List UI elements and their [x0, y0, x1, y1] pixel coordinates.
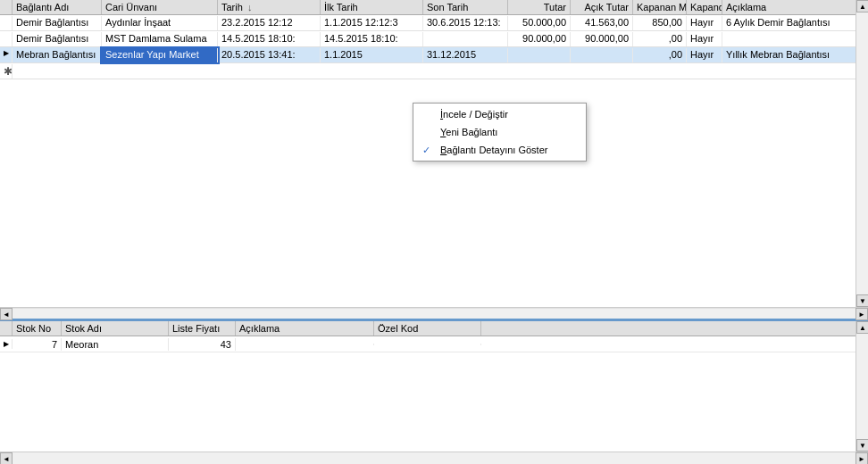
cell-aciktutar-2	[571, 48, 633, 62]
bottom-grid-content-row: Stok No Stok Adı Liste Fiyatı Açıklama Ö…	[0, 321, 868, 452]
cell-ilktarih-2: 1.1.2015	[321, 48, 423, 62]
bottom-cell-stokno: 7	[13, 338, 62, 351]
cell-kapananmiktar-0: 850,00	[633, 16, 687, 30]
bottom-header-aciklama[interactable]: Açıklama	[236, 321, 374, 336]
scroll-left-button[interactable]: ◄	[0, 308, 13, 320]
cell-kapananmiktar-1: ,00	[633, 32, 687, 46]
cell-aciktutar-0: 41.563,00	[571, 16, 633, 30]
bottom-scroll-track-h	[13, 452, 855, 464]
bottom-grid: Stok No Stok Adı Liste Fiyatı Açıklama Ö…	[0, 321, 868, 464]
top-vertical-scrollbar[interactable]: ▲ ▼	[855, 0, 868, 307]
cell-baglantiadi-2: Mebran Bağlantısı	[13, 48, 102, 62]
cell-aciklama-2: Yıllık Mebran Bağlantısı	[722, 48, 855, 62]
bottom-header-indicator	[0, 321, 13, 336]
bottom-horizontal-scrollbar[interactable]: ◄ ►	[0, 452, 868, 464]
bottom-cell-listefiyati: 43	[169, 338, 236, 351]
cell-aciklama-0: 6 Aylık Demir Bağlantısı	[722, 16, 855, 30]
check-icon-detay: ✓	[422, 145, 430, 156]
context-menu-label-incele: İİncele / Değiştirncele / Değiştir	[440, 109, 508, 120]
bottom-cell-ozelkod	[374, 344, 481, 345]
cell-tutar-2	[508, 48, 571, 62]
cell-baglantiadi-1: Demir Bağlantısı	[13, 32, 102, 46]
cell-cari-0: Aydınlar İnşaat	[102, 16, 218, 30]
cell-kapananmiktar-2: ,00	[633, 48, 687, 62]
main-container: Bağlantı Adı Cari Ünvanı Tarih ↓ İlk Tar…	[0, 0, 868, 464]
header-cari[interactable]: Cari Ünvanı	[102, 0, 218, 14]
cell-sontarih-1	[423, 32, 508, 46]
bottom-header-stokadi[interactable]: Stok Adı	[62, 321, 169, 336]
header-baglantiadi[interactable]: Bağlantı Adı	[13, 0, 102, 14]
cell-kapandi-0: Hayır	[687, 16, 722, 30]
list-item[interactable]: ▶ 7 Meoran 43	[0, 336, 855, 352]
header-kapananmiktar[interactable]: Kapanan Miktar	[633, 0, 687, 14]
bottom-scroll-up-button[interactable]: ▲	[856, 321, 868, 334]
table-row[interactable]: Demir Bağlantısı MST Damlama Sulama 14.5…	[0, 31, 855, 47]
cell-sontarih-2: 31.12.2015	[423, 48, 508, 62]
bottom-scroll-down-button[interactable]: ▼	[856, 439, 868, 452]
table-row[interactable]: ▶ Mebran Bağlantısı Sezenlar Yapı Market…	[0, 47, 855, 63]
bottom-grid-body: ▶ 7 Meoran 43	[0, 336, 855, 452]
top-grid-header: Bağlantı Adı Cari Ünvanı Tarih ↓ İlk Tar…	[0, 0, 855, 15]
cell-aciklama-1	[722, 32, 855, 46]
header-aciklama[interactable]: Açıklama	[722, 0, 855, 14]
scroll-right-button[interactable]: ►	[855, 308, 868, 320]
header-indicator-cell	[0, 0, 13, 14]
cell-kapandi-1: Hayır	[687, 32, 722, 46]
scroll-up-button[interactable]: ▲	[856, 0, 868, 12]
add-row-indicator: ✱	[0, 64, 13, 79]
bottom-row-indicator: ▶	[0, 339, 13, 349]
bottom-grid-header: Stok No Stok Adı Liste Fiyatı Açıklama Ö…	[0, 321, 855, 336]
sort-icon: ↓	[247, 2, 253, 12]
cell-kapandi-2: Hayır	[687, 48, 722, 62]
header-aciktutar[interactable]: Açık Tutar	[571, 0, 633, 14]
bottom-scroll-track	[856, 334, 868, 439]
header-tutar[interactable]: Tutar	[508, 0, 571, 14]
header-tarih[interactable]: Tarih ↓	[218, 0, 321, 14]
row-indicator	[0, 16, 13, 30]
header-kapandi[interactable]: Kapandı	[687, 0, 722, 14]
bottom-header-listefiyati[interactable]: Liste Fiyatı	[169, 321, 236, 336]
header-ilktarih[interactable]: İlk Tarih	[321, 0, 423, 14]
header-sontarih[interactable]: Son Tarih	[423, 0, 508, 14]
cell-sontarih-0: 30.6.2015 12:13:	[423, 16, 508, 30]
bottom-scroll-left-button[interactable]: ◄	[0, 452, 13, 464]
context-menu-label-yeni: Yeni Bağlantı	[440, 127, 497, 137]
add-row: ✱	[0, 63, 855, 79]
cell-cari-1: MST Damlama Sulama	[102, 32, 218, 46]
cell-ilktarih-0: 1.1.2015 12:12:3	[321, 16, 423, 30]
bottom-scroll-right-button[interactable]: ►	[855, 452, 868, 464]
scroll-track-h	[13, 308, 855, 319]
scroll-down-button[interactable]: ▼	[856, 294, 868, 307]
bottom-cell-stokadi: Meoran	[62, 338, 169, 351]
bottom-grid-table-area: Stok No Stok Adı Liste Fiyatı Açıklama Ö…	[0, 321, 855, 452]
top-horizontal-scrollbar[interactable]: ◄ ►	[0, 307, 868, 319]
context-menu-item-detay[interactable]: ✓ Bağlantı Detayını Göster	[413, 141, 586, 159]
row-indicator	[0, 32, 13, 46]
context-menu-item-incele[interactable]: İİncele / Değiştirncele / Değiştir	[413, 105, 586, 123]
bottom-vertical-scrollbar[interactable]: ▲ ▼	[855, 321, 868, 452]
context-menu-item-yeni[interactable]: Yeni Bağlantı	[413, 123, 586, 141]
top-grid-body: Demir Bağlantısı Aydınlar İnşaat 23.2.20…	[0, 15, 855, 79]
cell-tarih-2: 20.5.2015 13:41:	[218, 48, 321, 62]
cell-tutar-1: 90.000,00	[508, 32, 571, 46]
cell-aciktutar-1: 90.000,00	[571, 32, 633, 46]
scroll-track	[856, 12, 868, 294]
context-menu-label-detay: Bağlantı Detayını Göster	[440, 145, 547, 155]
cell-tutar-0: 50.000,00	[508, 16, 571, 30]
bottom-header-stokno[interactable]: Stok No	[13, 321, 62, 336]
bottom-cell-aciklama	[236, 344, 374, 345]
cell-tarih-0: 23.2.2015 12:12	[218, 16, 321, 30]
row-indicator-current: ▶	[0, 48, 13, 62]
context-menu: İİncele / Değiştirncele / Değiştir Yeni …	[413, 103, 587, 162]
cell-cari-2: Sezenlar Yapı Market	[102, 48, 218, 62]
cell-ilktarih-1: 14.5.2015 18:10:	[321, 32, 423, 46]
cell-baglantiadi-0: Demir Bağlantısı	[13, 16, 102, 30]
table-row[interactable]: Demir Bağlantısı Aydınlar İnşaat 23.2.20…	[0, 15, 855, 31]
bottom-header-ozelkod[interactable]: Özel Kod	[374, 321, 481, 336]
cell-tarih-1: 14.5.2015 18:10:	[218, 32, 321, 46]
